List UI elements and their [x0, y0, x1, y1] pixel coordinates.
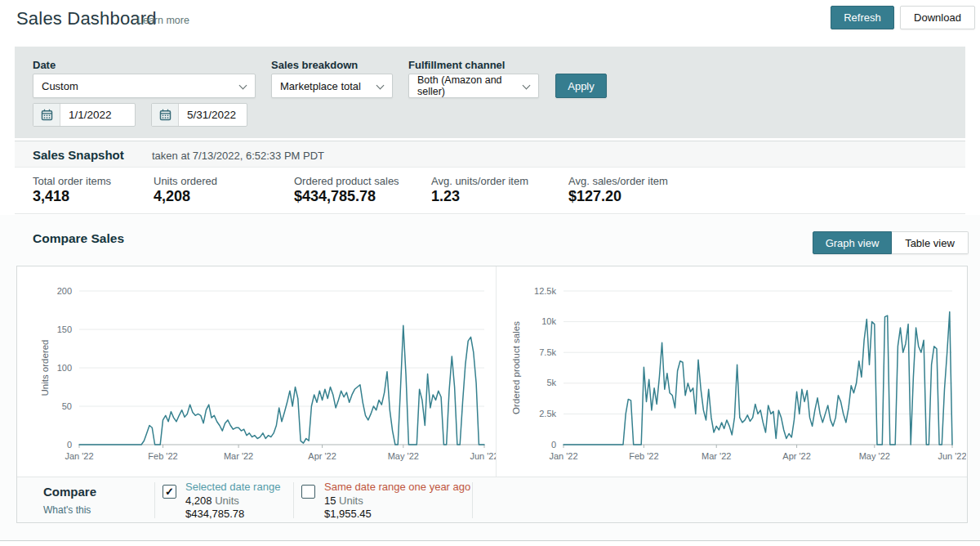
svg-text:Ordered product sales: Ordered product sales — [511, 321, 521, 414]
svg-text:50: 50 — [62, 401, 72, 411]
refresh-button[interactable]: Refresh — [831, 6, 894, 29]
selected-range-checkbox[interactable]: ✓ — [163, 485, 176, 499]
svg-text:Jun '22: Jun '22 — [470, 451, 496, 461]
window-bottom-edge — [0, 540, 980, 541]
sales-breakdown-select[interactable]: Marketplace total — [271, 74, 393, 98]
compare-sales-title: Compare Sales — [33, 231, 124, 246]
sales-dashboard-page: Sales Dashboard Learn more Refresh Downl… — [0, 0, 980, 546]
ordered-product-sales-chart: 02.5k5k7.5k10k12.5kJan '22Feb '22Mar '22… — [496, 266, 967, 477]
fulfillment-channel-select[interactable]: Both (Amazon and seller) — [408, 74, 539, 98]
svg-text:Mar '22: Mar '22 — [702, 451, 731, 461]
date-range-value: Custom — [42, 80, 78, 92]
date-filter-label: Date — [33, 59, 56, 71]
svg-text:Feb '22: Feb '22 — [148, 451, 177, 461]
svg-text:May '22: May '22 — [388, 451, 419, 461]
charts-card: 050100150200Jan '22Feb '22Mar '22Apr '22… — [16, 266, 968, 523]
compare-label: Compare — [43, 485, 96, 499]
svg-text:Units ordered: Units ordered — [40, 339, 50, 396]
sales-breakdown-value: Marketplace total — [280, 80, 361, 92]
end-date-input[interactable]: 5/31/2022 — [151, 103, 247, 127]
svg-text:0: 0 — [67, 440, 72, 450]
svg-text:100: 100 — [57, 363, 72, 373]
fulfillment-channel-value: Both (Amazon and seller) — [417, 74, 530, 97]
divider — [472, 482, 473, 518]
selected-range-item: Selected date range 4,208 Units $434,785… — [185, 481, 280, 521]
svg-text:Apr '22: Apr '22 — [308, 451, 336, 461]
table-view-button[interactable]: Table view — [892, 231, 969, 254]
svg-text:May '22: May '22 — [859, 451, 890, 461]
apply-button[interactable]: Apply — [555, 74, 607, 98]
start-date-value: 1/1/2022 — [60, 104, 112, 126]
learn-more-link[interactable]: Learn more — [137, 15, 189, 26]
sales-breakdown-label: Sales breakdown — [271, 59, 358, 71]
previous-range-item: Same date range one year ago 15 Units $1… — [324, 481, 470, 521]
chevron-down-icon — [376, 82, 385, 90]
svg-text:Apr '22: Apr '22 — [782, 451, 811, 461]
fulfillment-channel-label: Fulfillment channel — [408, 59, 505, 71]
svg-text:2.5k: 2.5k — [539, 409, 556, 418]
download-button[interactable]: Download — [900, 6, 975, 29]
sales-snapshot-title: Sales Snapshot — [33, 148, 124, 162]
filter-bar: Date Custom 1/1/2022 5/31/2022 Sales bre… — [15, 47, 965, 138]
units-ordered-chart: 050100150200Jan '22Feb '22Mar '22Apr '22… — [17, 266, 496, 477]
svg-text:0: 0 — [551, 440, 556, 450]
svg-text:Feb '22: Feb '22 — [629, 451, 658, 461]
divider — [293, 482, 294, 518]
sales-snapshot-bar: Sales Snapshot taken at 7/13/2022, 6:52:… — [15, 141, 965, 168]
svg-text:150: 150 — [57, 324, 72, 334]
graph-view-button[interactable]: Graph view — [813, 231, 892, 254]
svg-text:5k: 5k — [546, 378, 556, 387]
view-toggle: Graph view Table view — [813, 231, 969, 254]
svg-text:Jun '22: Jun '22 — [938, 451, 966, 461]
whats-this-link[interactable]: What's this — [43, 504, 91, 516]
date-range-select[interactable]: Custom — [33, 74, 256, 98]
svg-text:Jan '22: Jan '22 — [549, 451, 577, 461]
end-date-value: 5/31/2022 — [179, 104, 236, 126]
previous-range-checkbox[interactable] — [301, 485, 315, 499]
chevron-down-icon — [239, 82, 247, 90]
calendar-icon — [152, 104, 179, 126]
svg-text:12.5k: 12.5k — [534, 286, 556, 296]
svg-text:Jan '22: Jan '22 — [65, 451, 93, 461]
compare-row: Compare What's this ✓ Selected date rang… — [17, 477, 967, 522]
start-date-input[interactable]: 1/1/2022 — [33, 103, 136, 127]
snapshot-metrics: Total order items 3,418 Units ordered 4,… — [15, 168, 965, 214]
calendar-icon — [33, 104, 60, 126]
snapshot-timestamp: taken at 7/13/2022, 6:52:33 PM PDT — [152, 150, 324, 162]
svg-text:7.5k: 7.5k — [539, 347, 556, 357]
page-title: Sales Dashboard — [16, 8, 157, 29]
svg-text:200: 200 — [57, 286, 72, 296]
svg-text:Mar '22: Mar '22 — [224, 451, 253, 461]
divider — [154, 482, 155, 518]
svg-text:10k: 10k — [541, 316, 556, 326]
compare-sales-section: Compare Sales Graph view Table view 0501… — [0, 215, 980, 541]
